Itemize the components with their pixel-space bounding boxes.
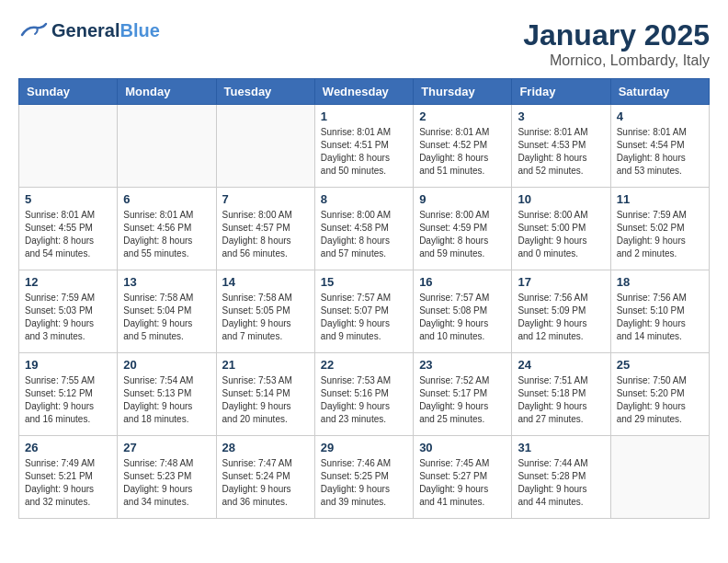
calendar: SundayMondayTuesdayWednesdayThursdayFrid… [18, 78, 710, 519]
day-number: 2 [419, 109, 506, 123]
day-number: 28 [222, 441, 309, 454]
calendar-cell: 21Sunrise: 7:53 AM Sunset: 5:14 PM Dayli… [216, 353, 314, 436]
calendar-cell: 16Sunrise: 7:57 AM Sunset: 5:08 PM Dayli… [414, 270, 512, 353]
calendar-cell: 13Sunrise: 7:58 AM Sunset: 5:04 PM Dayli… [118, 270, 216, 353]
calendar-cell: 30Sunrise: 7:45 AM Sunset: 5:27 PM Dayli… [414, 436, 512, 519]
day-info: Sunrise: 7:58 AM Sunset: 5:04 PM Dayligh… [123, 292, 210, 343]
calendar-cell [19, 105, 118, 188]
day-number: 26 [25, 441, 111, 454]
day-number: 23 [419, 358, 506, 372]
calendar-cell: 27Sunrise: 7:48 AM Sunset: 5:23 PM Dayli… [118, 436, 216, 519]
calendar-cell: 10Sunrise: 8:00 AM Sunset: 5:00 PM Dayli… [512, 188, 610, 270]
day-number: 24 [518, 358, 604, 372]
day-info: Sunrise: 7:59 AM Sunset: 5:02 PM Dayligh… [617, 209, 703, 260]
day-number: 18 [617, 275, 703, 289]
weekday-header-row: SundayMondayTuesdayWednesdayThursdayFrid… [19, 79, 710, 105]
day-number: 11 [617, 192, 703, 206]
day-info: Sunrise: 7:49 AM Sunset: 5:21 PM Dayligh… [25, 457, 111, 509]
day-info: Sunrise: 8:00 AM Sunset: 5:00 PM Dayligh… [518, 209, 604, 260]
day-info: Sunrise: 7:47 AM Sunset: 5:24 PM Dayligh… [222, 457, 309, 509]
day-number: 8 [321, 192, 407, 206]
calendar-cell: 19Sunrise: 7:55 AM Sunset: 5:12 PM Dayli… [19, 353, 118, 436]
calendar-cell [118, 105, 216, 188]
day-number: 31 [518, 441, 604, 454]
day-info: Sunrise: 7:56 AM Sunset: 5:09 PM Dayligh… [518, 292, 604, 343]
weekday-header-tuesday: Tuesday [216, 79, 314, 105]
weekday-header-sunday: Sunday [19, 79, 118, 105]
week-row-2: 5Sunrise: 8:01 AM Sunset: 4:55 PM Daylig… [19, 188, 710, 270]
day-number: 30 [419, 441, 506, 454]
day-info: Sunrise: 7:50 AM Sunset: 5:20 PM Dayligh… [617, 374, 703, 426]
title-block: January 2025 Mornico, Lombardy, Italy [523, 18, 710, 69]
day-info: Sunrise: 7:51 AM Sunset: 5:18 PM Dayligh… [518, 374, 604, 426]
day-number: 27 [123, 441, 210, 454]
calendar-cell: 14Sunrise: 7:58 AM Sunset: 5:05 PM Dayli… [216, 270, 314, 353]
calendar-cell: 5Sunrise: 8:01 AM Sunset: 4:55 PM Daylig… [19, 188, 118, 270]
day-number: 6 [123, 192, 210, 206]
week-row-4: 19Sunrise: 7:55 AM Sunset: 5:12 PM Dayli… [19, 353, 710, 436]
calendar-cell: 7Sunrise: 8:00 AM Sunset: 4:57 PM Daylig… [216, 188, 314, 270]
calendar-cell: 11Sunrise: 7:59 AM Sunset: 5:02 PM Dayli… [610, 188, 709, 270]
day-number: 5 [25, 192, 111, 206]
day-info: Sunrise: 7:46 AM Sunset: 5:25 PM Dayligh… [321, 457, 407, 509]
calendar-cell [610, 436, 709, 519]
day-info: Sunrise: 8:01 AM Sunset: 4:52 PM Dayligh… [419, 126, 506, 178]
week-row-5: 26Sunrise: 7:49 AM Sunset: 5:21 PM Dayli… [19, 436, 710, 519]
day-number: 14 [222, 275, 309, 289]
day-info: Sunrise: 7:52 AM Sunset: 5:17 PM Dayligh… [419, 374, 506, 426]
day-info: Sunrise: 7:55 AM Sunset: 5:12 PM Dayligh… [25, 374, 111, 426]
weekday-header-thursday: Thursday [414, 79, 512, 105]
day-info: Sunrise: 7:53 AM Sunset: 5:16 PM Dayligh… [321, 374, 407, 426]
calendar-cell: 22Sunrise: 7:53 AM Sunset: 5:16 PM Dayli… [314, 353, 413, 436]
calendar-cell: 9Sunrise: 8:00 AM Sunset: 4:59 PM Daylig… [414, 188, 512, 270]
calendar-cell: 31Sunrise: 7:44 AM Sunset: 5:28 PM Dayli… [512, 436, 610, 519]
day-info: Sunrise: 7:45 AM Sunset: 5:27 PM Dayligh… [419, 457, 506, 509]
day-number: 29 [321, 441, 407, 454]
calendar-cell: 18Sunrise: 7:56 AM Sunset: 5:10 PM Dayli… [610, 270, 709, 353]
day-number: 22 [321, 358, 407, 372]
day-number: 19 [25, 358, 111, 372]
day-number: 9 [419, 192, 506, 206]
logo-general: General [51, 20, 119, 40]
calendar-cell: 1Sunrise: 8:01 AM Sunset: 4:51 PM Daylig… [314, 105, 413, 188]
page-header: GeneralBlue January 2025 Mornico, Lombar… [18, 18, 710, 69]
day-info: Sunrise: 7:58 AM Sunset: 5:05 PM Dayligh… [222, 292, 309, 343]
day-info: Sunrise: 8:01 AM Sunset: 4:54 PM Dayligh… [617, 126, 703, 178]
weekday-header-friday: Friday [512, 79, 610, 105]
day-info: Sunrise: 8:00 AM Sunset: 4:57 PM Dayligh… [222, 209, 309, 260]
logo: GeneralBlue [18, 18, 160, 42]
calendar-cell: 28Sunrise: 7:47 AM Sunset: 5:24 PM Dayli… [216, 436, 314, 519]
day-number: 4 [617, 109, 703, 123]
day-number: 15 [321, 275, 407, 289]
calendar-cell: 4Sunrise: 8:01 AM Sunset: 4:54 PM Daylig… [610, 105, 709, 188]
day-info: Sunrise: 8:01 AM Sunset: 4:53 PM Dayligh… [518, 126, 604, 178]
calendar-cell [216, 105, 314, 188]
logo-icon [18, 18, 48, 42]
month-title: January 2025 [523, 18, 710, 52]
calendar-cell: 15Sunrise: 7:57 AM Sunset: 5:07 PM Dayli… [314, 270, 413, 353]
day-info: Sunrise: 7:44 AM Sunset: 5:28 PM Dayligh… [518, 457, 604, 509]
day-info: Sunrise: 8:00 AM Sunset: 4:59 PM Dayligh… [419, 209, 506, 260]
calendar-cell: 12Sunrise: 7:59 AM Sunset: 5:03 PM Dayli… [19, 270, 118, 353]
day-info: Sunrise: 8:00 AM Sunset: 4:58 PM Dayligh… [321, 209, 407, 260]
day-info: Sunrise: 7:53 AM Sunset: 5:14 PM Dayligh… [222, 374, 309, 426]
calendar-cell: 20Sunrise: 7:54 AM Sunset: 5:13 PM Dayli… [118, 353, 216, 436]
calendar-cell: 26Sunrise: 7:49 AM Sunset: 5:21 PM Dayli… [19, 436, 118, 519]
calendar-cell: 2Sunrise: 8:01 AM Sunset: 4:52 PM Daylig… [414, 105, 512, 188]
day-info: Sunrise: 7:59 AM Sunset: 5:03 PM Dayligh… [25, 292, 111, 343]
logo-blue: Blue [119, 20, 159, 40]
week-row-1: 1Sunrise: 8:01 AM Sunset: 4:51 PM Daylig… [19, 105, 710, 188]
weekday-header-saturday: Saturday [610, 79, 709, 105]
calendar-cell: 17Sunrise: 7:56 AM Sunset: 5:09 PM Dayli… [512, 270, 610, 353]
day-info: Sunrise: 7:56 AM Sunset: 5:10 PM Dayligh… [617, 292, 703, 343]
day-number: 25 [617, 358, 703, 372]
weekday-header-wednesday: Wednesday [314, 79, 413, 105]
day-number: 10 [518, 192, 604, 206]
calendar-cell: 25Sunrise: 7:50 AM Sunset: 5:20 PM Dayli… [610, 353, 709, 436]
day-number: 7 [222, 192, 309, 206]
calendar-cell: 6Sunrise: 8:01 AM Sunset: 4:56 PM Daylig… [118, 188, 216, 270]
day-number: 16 [419, 275, 506, 289]
day-info: Sunrise: 7:54 AM Sunset: 5:13 PM Dayligh… [123, 374, 210, 426]
day-info: Sunrise: 8:01 AM Sunset: 4:51 PM Dayligh… [321, 126, 407, 178]
day-number: 12 [25, 275, 111, 289]
